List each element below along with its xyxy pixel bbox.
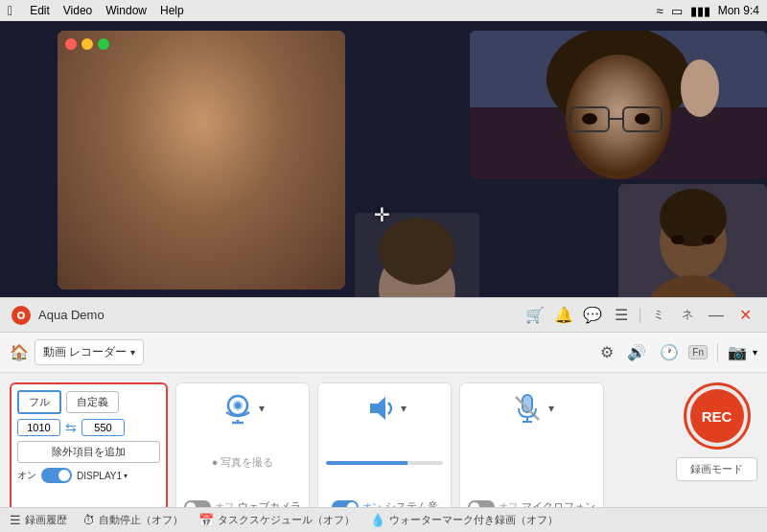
svg-point-17: [582, 113, 597, 125]
rec-mode-button[interactable]: 録画モード: [676, 457, 757, 481]
mic-chevron-icon[interactable]: ▾: [548, 402, 554, 415]
width-input[interactable]: [17, 419, 60, 436]
close-win-icon[interactable]: ✕: [734, 305, 755, 326]
autostop-label: 自動停止（オフ）: [99, 513, 183, 527]
rec-button[interactable]: REC: [684, 382, 751, 450]
fn-badge[interactable]: Fn: [688, 345, 708, 359]
display-chevron-icon: ▾: [124, 472, 128, 480]
menubar:  Edit Video Window Help ≈ ▭ ▮▮▮ Mon 9:4: [0, 0, 767, 21]
watermark-label: ウォーターマーク付き録画（オフ）: [389, 513, 558, 527]
separator: [639, 308, 640, 323]
svg-rect-8: [58, 203, 115, 289]
svg-point-25: [702, 235, 715, 244]
mic-panel: ▾ オフ マイクロフォン: [459, 382, 604, 522]
svg-point-32: [19, 313, 23, 317]
schedule-label: タスクスケジュール（オフ）: [218, 513, 355, 527]
display-selector[interactable]: DISPLAY1 ▾: [77, 471, 128, 481]
audio-top: ▾: [362, 391, 407, 426]
rec-panel: REC 録画モード: [676, 382, 757, 522]
svg-point-24: [671, 235, 685, 244]
history-icon: ☰: [10, 513, 21, 527]
home-icon[interactable]: 🏠: [10, 343, 29, 361]
add-exclusion-btn[interactable]: 除外項目を追加: [17, 441, 160, 463]
video-right-bottom-svg: [618, 184, 767, 313]
watermark-icon: 💧: [370, 513, 385, 527]
rec-inner: REC: [690, 389, 744, 443]
app-titlebar: Aqua Demo 🛒 🔔 💬 ☰ ミ ネ — ✕: [0, 298, 767, 333]
expand-icon[interactable]: ネ: [677, 305, 698, 326]
sel-row4: オン DISPLAY1 ▾: [17, 468, 160, 483]
bell-icon[interactable]: 🔔: [553, 305, 574, 326]
cast-icon[interactable]: ▭: [671, 4, 683, 18]
svg-point-29: [379, 218, 455, 285]
battery-icon: ▮▮▮: [690, 4, 710, 18]
region-toggle[interactable]: [41, 468, 72, 483]
mic-icon: [510, 391, 545, 426]
svg-point-1: [105, 251, 297, 289]
svg-point-19: [681, 59, 719, 117]
rec-label: REC: [702, 408, 732, 425]
video-right-top-svg: [470, 31, 767, 179]
volume-icon[interactable]: 🔊: [623, 341, 650, 363]
height-input[interactable]: [81, 419, 125, 436]
mic-top: ▾: [510, 391, 554, 426]
svg-point-4: [101, 117, 168, 213]
chat-icon[interactable]: 💬: [582, 305, 603, 326]
status-schedule[interactable]: 📅 タスクスケジュール（オフ）: [198, 513, 355, 527]
history-label: 録画履歴: [25, 513, 67, 527]
tab-chevron-icon: ▾: [130, 347, 135, 358]
audio-slider[interactable]: [326, 461, 443, 465]
toolbar: 🏠 動画 レコーダー ▾ ⚙ 🔊 🕐 Fn 📷 ▾: [0, 333, 767, 373]
menu-video[interactable]: Video: [63, 4, 92, 17]
speaker-icon: [362, 391, 397, 426]
menu-help[interactable]: Help: [160, 4, 184, 17]
video-main-svg: [58, 31, 345, 289]
status-autostop[interactable]: ⏱ 自動停止（オフ）: [82, 513, 183, 527]
schedule-icon: 📅: [198, 513, 214, 527]
minimize-win-icon[interactable]: —: [706, 305, 727, 326]
move-cursor-icon: ✛: [374, 203, 390, 226]
svg-point-5: [235, 117, 302, 213]
menu-edit[interactable]: Edit: [30, 4, 50, 17]
svg-point-7: [216, 168, 235, 181]
menu-icon[interactable]: ☰: [611, 305, 632, 326]
status-watermark[interactable]: 💧 ウォーターマーク付き録画（オフ）: [370, 513, 558, 527]
maximize-button[interactable]: [98, 38, 109, 50]
webcam-top: ▾: [221, 391, 265, 426]
wifi-icon[interactable]: ≈: [657, 4, 663, 18]
menu-window[interactable]: Window: [105, 4, 147, 17]
close-button[interactable]: [65, 38, 77, 50]
full-btn[interactable]: フル: [17, 390, 61, 414]
mini-icon[interactable]: ミ: [648, 305, 669, 326]
cart-icon[interactable]: 🛒: [524, 305, 546, 326]
toolbar-right: ⚙ 🔊 🕐 Fn 📷 ▾: [596, 341, 757, 363]
video-main-face: [58, 31, 345, 289]
toggle-on-label: オン: [17, 469, 36, 482]
custom-btn[interactable]: 自定義: [66, 391, 119, 413]
camera-icon[interactable]: 📷: [728, 343, 747, 361]
webcam-chevron-icon[interactable]: ▾: [259, 402, 265, 415]
clock-icon[interactable]: 🕐: [656, 341, 683, 363]
svg-point-35: [235, 403, 241, 408]
svg-point-3: [115, 45, 288, 208]
svg-rect-9: [288, 213, 345, 289]
app-window: Aqua Demo 🛒 🔔 💬 ☰ ミ ネ — ✕ 🏠 動画 レコーダー ▾ ⚙…: [0, 297, 767, 532]
recorder-tab-label: 動画 レコーダー: [43, 344, 127, 360]
camera-chevron-icon[interactable]: ▾: [753, 347, 757, 358]
settings-icon[interactable]: ⚙: [596, 341, 617, 363]
sel-row2: ⇆: [17, 419, 160, 436]
take-photo-label[interactable]: ● 写真を撮る: [212, 455, 274, 470]
svg-point-6: [168, 168, 187, 181]
recorder-tab[interactable]: 動画 レコーダー ▾: [35, 339, 144, 365]
video-right-top: [470, 31, 767, 179]
video-main: [58, 31, 345, 289]
toolbar-separator: [717, 343, 718, 362]
audio-chevron-icon[interactable]: ▾: [401, 402, 407, 415]
status-history[interactable]: ☰ 録画履歴: [10, 513, 67, 527]
video-area: ✛: [0, 21, 767, 318]
apple-menu[interactable]: : [8, 3, 12, 18]
traffic-lights: [65, 38, 109, 50]
minimize-button[interactable]: [81, 38, 93, 50]
titlebar-right: 🛒 🔔 💬 ☰ ミ ネ — ✕: [524, 305, 755, 326]
svg-point-18: [635, 113, 650, 125]
